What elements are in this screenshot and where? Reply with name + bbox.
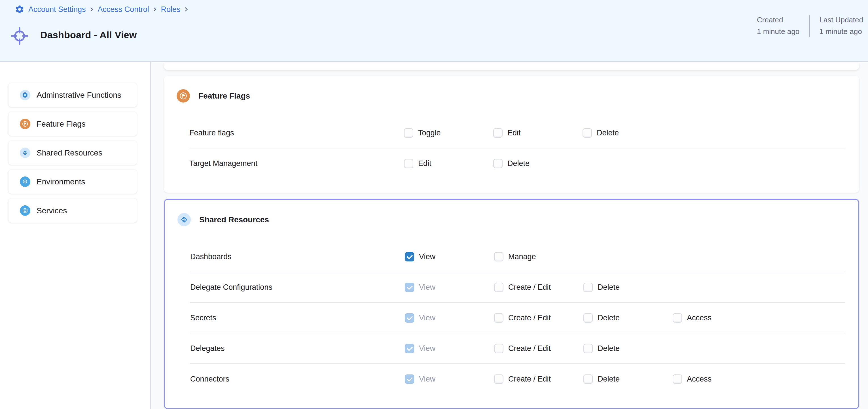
- sidebar-item-services[interactable]: Services: [8, 199, 137, 223]
- last-updated-value: 1 minute ago: [819, 26, 863, 37]
- permission-card-shared-resources: Shared ResourcesDashboardsViewManageDele…: [164, 199, 859, 409]
- checkbox-create-edit[interactable]: [494, 344, 503, 353]
- scrolled-card-remnant: [164, 63, 859, 70]
- breadcrumb-link-account-settings[interactable]: Account Settings: [28, 5, 86, 14]
- chevron-right-icon: ›: [90, 4, 94, 13]
- permission-delete: Delete: [583, 128, 672, 138]
- permission-label[interactable]: Create / Edit: [508, 344, 551, 353]
- sidebar-item-adminstrative-functions[interactable]: Adminstrative Functions: [8, 83, 137, 107]
- permission-view: View: [405, 344, 494, 353]
- permission-manage: Manage: [494, 252, 583, 262]
- permission-label[interactable]: Edit: [507, 129, 521, 137]
- breadcrumb-link-access-control[interactable]: Access Control: [97, 5, 149, 14]
- card-title: Shared Resources: [199, 215, 269, 224]
- permission-label[interactable]: Create / Edit: [508, 375, 551, 383]
- permission-label[interactable]: View: [419, 252, 435, 261]
- checkbox-create-edit[interactable]: [494, 313, 503, 322]
- app-window: Account Settings›Access Control›Roles› D…: [0, 0, 868, 409]
- permission-edit: Edit: [493, 128, 583, 138]
- row-label: Target Management: [189, 159, 404, 168]
- permission-view: View: [405, 283, 494, 292]
- permission-label[interactable]: View: [419, 283, 435, 292]
- sidebar-item-label: Adminstrative Functions: [37, 91, 121, 100]
- permission-row-secrets: SecretsViewCreate / EditDeleteAccess: [190, 303, 845, 333]
- permission-label[interactable]: Toggle: [418, 129, 441, 137]
- sidebar-item-shared-resources[interactable]: Shared Resources: [8, 141, 137, 165]
- checkbox-manage[interactable]: [494, 252, 503, 262]
- page-body: Adminstrative FunctionsFeature FlagsShar…: [0, 62, 868, 409]
- checkbox-delete[interactable]: [583, 344, 593, 353]
- created-block: Created 1 minute ago: [757, 14, 799, 37]
- resources-icon: [178, 213, 191, 226]
- permission-rows: DashboardsViewManageDelegate Configurati…: [190, 242, 845, 394]
- sidebar-item-label: Services: [37, 206, 67, 215]
- breadcrumb-link-roles[interactable]: Roles: [161, 5, 180, 14]
- permission-label[interactable]: Access: [687, 375, 712, 383]
- sidebar-item-label: Environments: [37, 177, 85, 186]
- checkbox-delete[interactable]: [493, 159, 503, 168]
- row-label: Delegates: [190, 344, 405, 353]
- permission-access: Access: [673, 313, 845, 322]
- permission-label[interactable]: Delete: [597, 344, 620, 353]
- sidebar-item-feature-flags[interactable]: Feature Flags: [8, 112, 137, 136]
- checkbox-delete[interactable]: [583, 374, 593, 384]
- checkbox-view[interactable]: [405, 252, 414, 262]
- permission-view: View: [405, 374, 494, 384]
- permission-label[interactable]: Create / Edit: [508, 283, 551, 292]
- flag-icon: [20, 119, 30, 129]
- permission-create-edit: Create / Edit: [494, 283, 583, 292]
- checkbox-access[interactable]: [673, 374, 682, 384]
- permission-view: View: [405, 313, 494, 322]
- environments-icon: [20, 176, 30, 187]
- permission-label[interactable]: Delete: [597, 375, 620, 383]
- checkbox-delete[interactable]: [583, 283, 593, 292]
- meta-divider: [809, 15, 810, 37]
- checkbox-create-edit[interactable]: [494, 283, 503, 292]
- permission-label[interactable]: Edit: [418, 159, 431, 168]
- checkbox-edit[interactable]: [404, 159, 413, 168]
- permission-row-delegates: DelegatesViewCreate / EditDelete: [190, 333, 845, 364]
- sidebar-item-label: Shared Resources: [37, 148, 102, 158]
- permission-label[interactable]: Create / Edit: [508, 313, 551, 322]
- card-title: Feature Flags: [198, 92, 250, 101]
- permission-label[interactable]: Manage: [508, 252, 536, 261]
- resources-icon: [20, 147, 30, 158]
- checkbox-view[interactable]: [405, 374, 414, 384]
- created-label: Created: [757, 14, 799, 26]
- checkbox-view[interactable]: [405, 344, 414, 353]
- page-title: Dashboard - All View: [40, 30, 136, 40]
- permission-label[interactable]: Access: [687, 313, 712, 322]
- permission-label[interactable]: Delete: [597, 129, 619, 137]
- permission-row-feature-flags: Feature flagsToggleEditDelete: [189, 118, 846, 148]
- permission-label[interactable]: View: [419, 313, 435, 322]
- row-label: Connectors: [190, 375, 405, 383]
- row-label: Delegate Configurations: [190, 283, 405, 292]
- card-header: Feature Flags: [164, 76, 859, 118]
- permission-label[interactable]: Delete: [597, 313, 620, 322]
- checkbox-access[interactable]: [673, 313, 682, 322]
- checkbox-toggle[interactable]: [404, 128, 413, 138]
- permission-row-connectors: ConnectorsViewCreate / EditDeleteAccess: [190, 364, 845, 394]
- permission-label[interactable]: View: [419, 344, 435, 353]
- row-label: Secrets: [190, 313, 405, 322]
- permission-label[interactable]: View: [419, 375, 435, 383]
- permission-row-target-management: Target ManagementEditDelete: [189, 148, 846, 178]
- checkbox-view[interactable]: [405, 283, 414, 292]
- permission-label[interactable]: Delete: [597, 283, 620, 292]
- checkbox-edit[interactable]: [493, 128, 503, 138]
- sidebar-item-environments[interactable]: Environments: [8, 170, 137, 194]
- permission-label[interactable]: Delete: [507, 159, 530, 168]
- permission-access: Access: [673, 374, 845, 384]
- permission-delete: Delete: [583, 344, 673, 353]
- permission-delete: Delete: [583, 374, 673, 384]
- settings-gear-icon: [15, 4, 24, 14]
- checkbox-create-edit[interactable]: [494, 374, 503, 384]
- checkbox-delete[interactable]: [583, 313, 593, 322]
- sidebar-item-label: Feature Flags: [37, 120, 86, 129]
- page-header: Account Settings›Access Control›Roles› D…: [0, 0, 868, 62]
- main-content[interactable]: Feature FlagsFeature flagsToggleEditDele…: [151, 62, 868, 409]
- permission-delete: Delete: [583, 283, 673, 292]
- checkbox-view[interactable]: [405, 313, 414, 322]
- checkbox-delete[interactable]: [583, 128, 592, 138]
- permission-create-edit: Create / Edit: [494, 313, 583, 322]
